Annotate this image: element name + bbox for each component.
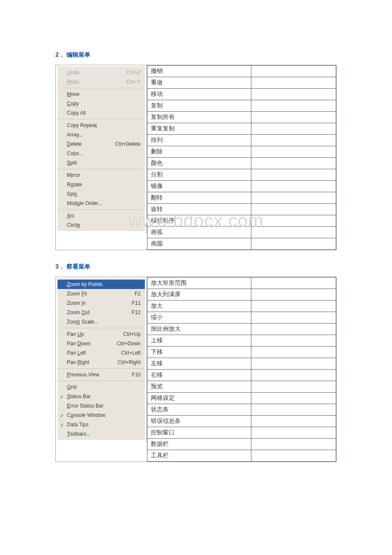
menu-item-label: Array... — [67, 131, 141, 139]
menu-item-label: Previous View — [67, 371, 127, 379]
translation-note — [251, 204, 336, 215]
translation-note — [251, 450, 336, 462]
check-icon: ✓ — [60, 393, 64, 401]
translation-cell: 镜像 — [147, 181, 251, 192]
menu-item[interactable]: Pan LeftCtrl+Left — [58, 348, 145, 358]
menu-item[interactable]: Zoom InF11 — [58, 298, 145, 308]
menu-group: Copy RepeatArray...DeleteCtrl+DeleteColo… — [58, 119, 145, 169]
menu-item-label: Zoom by Points — [67, 280, 141, 288]
menu-item-label: Arc — [67, 212, 141, 220]
menu-item-shortcut: F2 — [130, 290, 141, 298]
menu-item[interactable]: Spin — [58, 189, 145, 199]
table-row: 右移 — [147, 370, 336, 381]
menu-item[interactable]: Arc — [58, 211, 145, 220]
menu-item[interactable]: Copy All — [58, 108, 145, 118]
menu-item[interactable]: ✓Data Tips — [58, 420, 145, 429]
menu-item[interactable]: Grid — [58, 382, 145, 392]
menu-item[interactable]: DeleteCtrl+Delete — [58, 139, 145, 149]
translation-cell: 数据栏 — [147, 439, 251, 450]
table-row: 上移 — [147, 335, 336, 347]
table-row: 删除 — [147, 146, 336, 158]
table-row: 复制所有 — [147, 112, 336, 123]
menu-item[interactable]: Copy — [58, 99, 145, 108]
menu-translation-block: UndoCtrl+ZRedoCtrl+YMoveCopyCopy AllCopy… — [55, 65, 337, 250]
translation-note — [251, 301, 336, 312]
section-number: 3． — [55, 263, 65, 270]
menu-group: Grid✓Status BarError Status Bar✓Console … — [58, 381, 145, 440]
menu-item[interactable]: Previous ViewF10 — [58, 370, 145, 379]
table-row: 下移 — [147, 347, 336, 358]
menu-item-label: Pan Right — [67, 358, 112, 366]
menu-item[interactable]: Pan RightCtrl+Right — [58, 358, 145, 367]
menu-item[interactable]: Zoom FitF2 — [58, 289, 145, 298]
translation-cell: 复制所有 — [147, 112, 251, 123]
section-name: 察看菜单 — [66, 263, 90, 270]
menu-item[interactable]: Zoom Scale... — [58, 317, 145, 327]
translation-cell: 旋转 — [147, 204, 251, 215]
table-row: 镜像 — [147, 181, 336, 192]
menu-item-shortcut: Ctrl+Delete — [110, 140, 141, 148]
menu-item[interactable]: Mirror — [58, 171, 145, 180]
menu-group: Pan UpCtrl+UpPan DownCtrl+DownPan LeftCt… — [58, 328, 145, 368]
menu-item[interactable]: Error Status Bar — [58, 401, 145, 410]
translation-note — [251, 135, 336, 146]
menu-item[interactable]: Pan DownCtrl+Down — [58, 339, 145, 348]
menu-item-label: Grid — [67, 383, 141, 391]
translation-cell: 放大 — [147, 301, 251, 312]
translation-note — [251, 347, 336, 358]
translation-note — [251, 370, 336, 381]
menu-item[interactable]: Move — [58, 90, 145, 99]
menu-item[interactable]: Copy Repeat — [58, 121, 145, 130]
menu-item-shortcut: F12 — [127, 309, 141, 316]
menu-group: ArcCircle — [58, 210, 145, 231]
menu-item-label: Copy — [67, 100, 141, 107]
table-row: 模块顺序 — [147, 215, 336, 227]
translation-note — [251, 192, 336, 204]
translation-cell: 分割 — [147, 169, 251, 181]
menu-item[interactable]: UndoCtrl+Z — [58, 68, 145, 77]
menu-item[interactable]: Circle — [58, 220, 145, 230]
menu-item[interactable]: ✓Status Bar — [58, 392, 145, 401]
menu-item[interactable]: Toolbars... — [58, 429, 145, 439]
menu-item[interactable]: Zoom OutF12 — [58, 308, 145, 317]
check-icon: ✓ — [60, 421, 64, 429]
menu-item-label: Split — [67, 159, 141, 167]
menu-item-label: Copy All — [67, 109, 141, 117]
check-icon: ✓ — [60, 412, 64, 419]
table-row: 网格设定 — [147, 393, 336, 404]
menu-item[interactable]: Rotate — [58, 180, 145, 189]
table-row: 重复复制 — [147, 123, 336, 135]
translation-note — [251, 181, 336, 192]
menu-item[interactable]: Pan UpCtrl+Up — [58, 330, 145, 339]
table-row: 放大矩形范围 — [147, 278, 336, 289]
table-row: 排列 — [147, 135, 336, 146]
menu-item-label: Copy Repeat — [67, 121, 141, 129]
menu-item[interactable]: RedoCtrl+Y — [58, 77, 145, 87]
translation-cell: 右移 — [147, 370, 251, 381]
menu-item-shortcut: Ctrl+Up — [118, 330, 141, 338]
menu-item-label: Move — [67, 90, 141, 98]
menu-item-label: Mirror — [67, 171, 141, 179]
table-row: 左移 — [147, 358, 336, 370]
menu-item[interactable]: Split — [58, 158, 145, 168]
translation-note — [251, 158, 336, 169]
table-row: 预览 — [147, 381, 336, 393]
menu-item[interactable]: Array... — [58, 130, 145, 139]
section-number: 2． — [55, 51, 65, 58]
menu-item[interactable]: Module Order... — [58, 199, 145, 208]
translation-cell: 翻转 — [147, 192, 251, 204]
menu-item-label: Data Tips — [67, 421, 141, 428]
menu-item[interactable]: Zoom by Points — [58, 280, 145, 289]
table-row: 放大到满屏 — [147, 289, 336, 301]
menu-item[interactable]: Color... — [58, 149, 145, 158]
menu-item-label: Color... — [67, 150, 141, 157]
menu-panel: Zoom by PointsZoom FitF2Zoom InF11Zoom O… — [57, 278, 145, 440]
menu-item[interactable]: ✓Console Window — [58, 410, 145, 420]
menu-group: Zoom by PointsZoom FitF2Zoom InF11Zoom O… — [58, 278, 145, 328]
table-row: 状态条 — [147, 404, 336, 416]
menu-item-label: Undo — [67, 69, 121, 76]
section-title: 3．察看菜单 — [55, 263, 337, 271]
translation-table: 撤销 重做 移动 复制 复制所有 重复复制 排列 删除 颜色 分割 镜像 翻转 … — [147, 65, 336, 250]
translation-note — [251, 77, 336, 89]
translation-cell: 撤销 — [147, 66, 251, 77]
